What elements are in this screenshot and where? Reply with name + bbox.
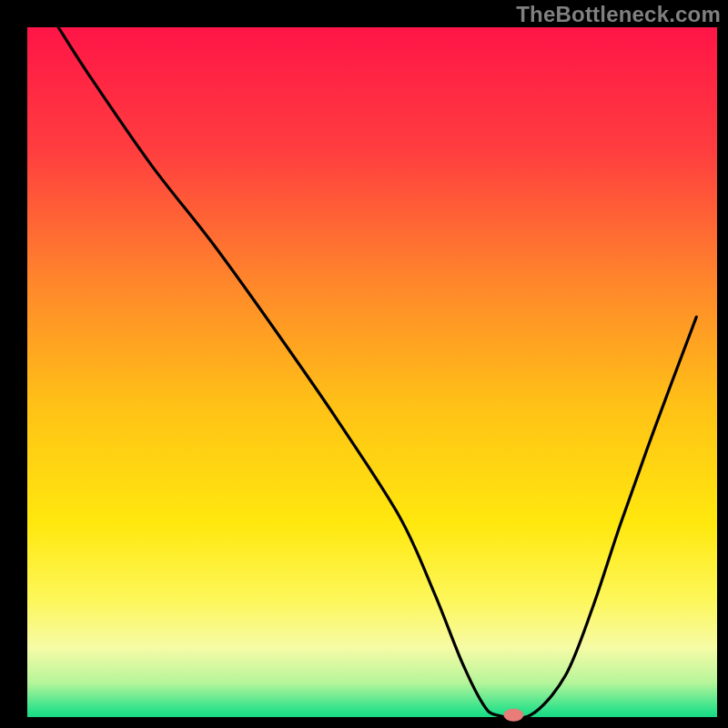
frame-left [0,0,27,728]
bottleneck-chart [0,0,728,728]
frame-right [717,0,728,728]
frame-bottom [0,717,728,728]
gradient-background [27,27,717,717]
optimum-marker [503,709,523,722]
chart-container: TheBottleneck.com [0,0,728,728]
watermark-text: TheBottleneck.com [516,2,721,27]
